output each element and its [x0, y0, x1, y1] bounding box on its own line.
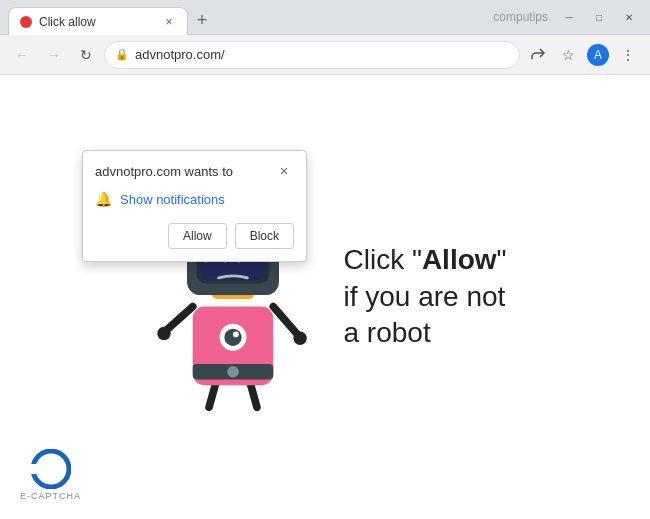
- svg-point-11: [233, 332, 239, 338]
- minimize-button[interactable]: ─: [556, 4, 582, 30]
- toolbar-actions: ☆ A ⋮: [524, 41, 642, 69]
- reload-button[interactable]: ↻: [72, 41, 100, 69]
- svg-line-0: [166, 307, 193, 331]
- menu-button[interactable]: ⋮: [614, 41, 642, 69]
- profile-button[interactable]: A: [584, 41, 612, 69]
- back-button[interactable]: ←: [8, 41, 36, 69]
- captcha-label: E-CAPTCHA: [20, 491, 81, 501]
- svg-point-8: [228, 366, 240, 378]
- svg-line-5: [251, 383, 258, 407]
- popup-buttons: Allow Block: [83, 217, 306, 261]
- browser-tab[interactable]: Click allow ×: [8, 7, 188, 35]
- bookmark-button[interactable]: ☆: [554, 41, 582, 69]
- browser-window: Click allow × + computips ─ □ ✕ ← → ↻ 🔒 …: [0, 0, 650, 519]
- main-text-allow: Allow: [422, 244, 497, 275]
- popup-site-text: advnotpro.com wants to: [95, 164, 233, 179]
- watermark-label: computips: [493, 10, 548, 24]
- page-content: Click "Allow" if you are not a robot E-C…: [0, 75, 650, 519]
- svg-rect-22: [31, 464, 51, 474]
- popup-close-button[interactable]: ×: [274, 161, 294, 181]
- tab-area: Click allow × +: [8, 0, 251, 34]
- title-bar: Click allow × + computips ─ □ ✕: [0, 0, 650, 35]
- block-button[interactable]: Block: [235, 223, 294, 249]
- share-button[interactable]: [524, 41, 552, 69]
- popup-header: advnotpro.com wants to ×: [83, 151, 306, 185]
- profile-letter: A: [594, 48, 602, 62]
- favicon-circle: [20, 16, 32, 28]
- address-text: advnotpro.com/: [135, 47, 509, 62]
- notification-popup: advnotpro.com wants to × 🔔 Show notifica…: [82, 150, 307, 262]
- tab-favicon: [19, 15, 33, 29]
- svg-line-2: [274, 307, 299, 336]
- forward-button[interactable]: →: [40, 41, 68, 69]
- permission-text: Show notifications: [120, 192, 225, 207]
- toolbar: ← → ↻ 🔒 advnotpro.com/ ☆ A ⋮: [0, 35, 650, 75]
- main-text-line3: a robot: [343, 315, 506, 351]
- main-text: Click "Allow" if you are not a robot: [343, 242, 506, 351]
- main-text-line1: Click "Allow": [343, 242, 506, 278]
- maximize-button[interactable]: □: [586, 4, 612, 30]
- bell-icon: 🔔: [95, 191, 112, 207]
- tab-title: Click allow: [39, 15, 155, 29]
- tab-close-button[interactable]: ×: [161, 14, 177, 30]
- main-text-post: ": [497, 244, 507, 275]
- close-button[interactable]: ✕: [616, 4, 642, 30]
- window-controls: ─ □ ✕: [556, 4, 642, 30]
- main-text-pre: Click ": [343, 244, 421, 275]
- svg-point-1: [158, 327, 171, 340]
- svg-point-3: [294, 332, 307, 345]
- svg-point-10: [225, 329, 242, 346]
- allow-button[interactable]: Allow: [168, 223, 227, 249]
- profile-avatar: A: [587, 44, 609, 66]
- new-tab-button[interactable]: +: [188, 6, 216, 34]
- main-text-line2: if you are not: [343, 279, 506, 315]
- address-bar[interactable]: 🔒 advnotpro.com/: [104, 41, 520, 69]
- lock-icon: 🔒: [115, 48, 129, 61]
- captcha-branding: E-CAPTCHA: [20, 449, 81, 501]
- svg-line-4: [210, 383, 217, 407]
- popup-permission-row: 🔔 Show notifications: [83, 185, 306, 217]
